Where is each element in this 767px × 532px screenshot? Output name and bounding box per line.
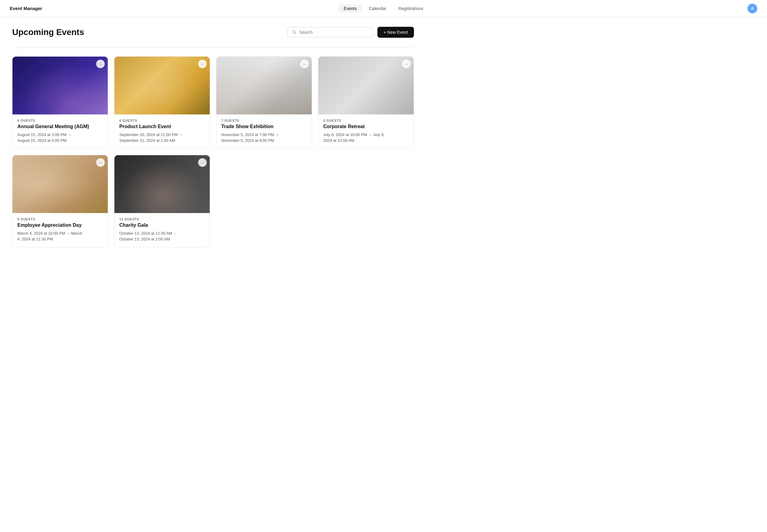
avatar[interactable]: A [748, 4, 757, 13]
card-guests-count: 0 GUESTS [323, 119, 409, 122]
event-card-employee-appreciation[interactable]: ··· 0 GUESTS Employee Appreciation Day M… [12, 155, 108, 247]
card-image [318, 57, 414, 114]
card-date: March 4, 2024 at 10:00 PM → March4, 2024… [17, 230, 103, 242]
navbar: Event Manager Events Calendar Registrati… [0, 0, 767, 17]
card-image [12, 57, 108, 114]
card-menu-button[interactable]: ··· [300, 60, 309, 68]
card-menu-button[interactable]: ··· [198, 158, 207, 167]
card-body: 0 GUESTS Employee Appreciation Day March… [12, 213, 108, 247]
header-row: Upcoming Events + New Event [12, 27, 414, 38]
events-grid-row2: ··· 0 GUESTS Employee Appreciation Day M… [12, 155, 414, 247]
card-body: 6 GUESTS Product Launch Event September … [114, 114, 210, 149]
card-date: October 13, 2024 at 12:30 AM →October 13… [119, 230, 205, 242]
event-card-agm[interactable]: ··· 6 GUESTS Annual General Meeting (AGM… [12, 56, 108, 149]
event-card-product-launch[interactable]: ··· 6 GUESTS Product Launch Event Septem… [114, 56, 210, 149]
card-title: Employee Appreciation Day [17, 222, 103, 229]
card-title: Corporate Retreat [323, 124, 409, 130]
card-date: November 5, 2024 at 7:00 PM →November 5,… [221, 132, 307, 144]
section-divider [12, 47, 414, 48]
card-image [216, 57, 312, 114]
card-menu-button[interactable]: ··· [96, 158, 105, 167]
card-title: Annual General Meeting (AGM) [17, 124, 103, 130]
search-input[interactable] [299, 30, 368, 35]
card-menu-button[interactable]: ··· [402, 60, 411, 68]
search-box [287, 27, 373, 37]
card-date: September 20, 2024 at 11:00 PM →Septembe… [119, 132, 205, 144]
card-image-wrapper: ··· [114, 155, 210, 213]
page-title: Upcoming Events [12, 27, 282, 37]
card-image-wrapper: ··· [216, 57, 312, 114]
card-image [114, 155, 210, 213]
card-image [12, 155, 108, 213]
event-card-charity-gala[interactable]: ··· 11 GUESTS Charity Gala October 13, 2… [114, 155, 210, 247]
card-body: 11 GUESTS Charity Gala October 13, 2024 … [114, 213, 210, 247]
new-event-button[interactable]: + New Event [377, 27, 414, 38]
main-content: Upcoming Events + New Event ··· 6 GUESTS… [0, 17, 426, 257]
card-guests-count: 6 GUESTS [119, 119, 205, 122]
event-card-tradeshow[interactable]: ··· 7 GUESTS Trade Show Exhibition Novem… [216, 56, 312, 149]
card-image-wrapper: ··· [114, 57, 210, 114]
card-menu-button[interactable]: ··· [198, 60, 207, 68]
card-image-wrapper: ··· [12, 155, 108, 213]
card-title: Trade Show Exhibition [221, 124, 307, 130]
search-icon [292, 30, 297, 35]
tab-registrations[interactable]: Registrations [393, 4, 429, 13]
svg-line-1 [295, 33, 296, 34]
card-image [114, 57, 210, 114]
card-guests-count: 6 GUESTS [17, 119, 103, 122]
card-image-wrapper: ··· [12, 57, 108, 114]
card-body: 7 GUESTS Trade Show Exhibition November … [216, 114, 312, 149]
card-body: 0 GUESTS Corporate Retreat July 8, 2024 … [318, 114, 414, 149]
events-grid-row1: ··· 6 GUESTS Annual General Meeting (AGM… [12, 56, 414, 149]
card-menu-button[interactable]: ··· [96, 60, 105, 68]
card-date: August 15, 2024 at 3:00 PM →August 15, 2… [17, 132, 103, 144]
tab-calendar[interactable]: Calendar [363, 4, 392, 13]
card-image-wrapper: ··· [318, 57, 414, 114]
card-guests-count: 11 GUESTS [119, 217, 205, 221]
card-title: Charity Gala [119, 222, 205, 229]
card-guests-count: 0 GUESTS [17, 217, 103, 221]
card-body: 6 GUESTS Annual General Meeting (AGM) Au… [12, 114, 108, 149]
tab-events[interactable]: Events [338, 4, 362, 13]
nav-tabs: Events Calendar Registrations [338, 4, 429, 13]
card-date: July 8, 2024 at 10:00 PM → July 9,2024 a… [323, 132, 409, 144]
event-card-corporate-retreat[interactable]: ··· 0 GUESTS Corporate Retreat July 8, 2… [318, 56, 414, 149]
card-guests-count: 7 GUESTS [221, 119, 307, 122]
app-brand: Event Manager [10, 6, 42, 11]
card-title: Product Launch Event [119, 124, 205, 130]
